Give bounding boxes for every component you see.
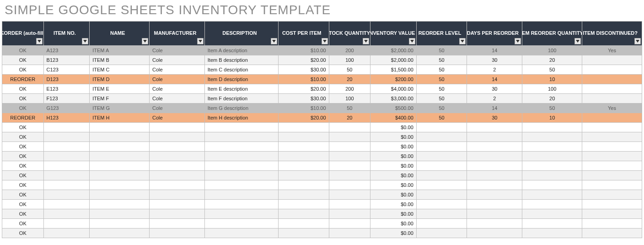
cell-days[interactable]: 2 [467,65,522,75]
cell-discontinued[interactable] [582,94,642,103]
cell-description[interactable]: Item F description [204,94,278,103]
cell-days[interactable]: 14 [467,75,522,84]
cell-reorder_qty[interactable]: 50 [522,65,582,75]
cell-manufacturer[interactable] [150,200,205,209]
column-header[interactable]: STOCK QUANTITY [329,22,370,46]
cell-stock[interactable]: 200 [329,84,370,94]
cell-manufacturer[interactable] [150,229,205,238]
cell-days[interactable] [467,142,522,152]
cell-name[interactable] [90,190,150,200]
cell-reorder[interactable]: OK [2,94,44,103]
cell-value[interactable]: $0.00 [370,229,417,238]
cell-reorder_qty[interactable] [522,180,582,190]
cell-reorder[interactable]: OK [2,152,44,161]
cell-reorder_level[interactable]: 50 [416,55,467,65]
cell-days[interactable] [467,229,522,238]
cell-manufacturer[interactable]: Cole [150,46,205,55]
cell-value[interactable]: $0.00 [370,219,417,229]
cell-stock[interactable] [329,171,370,180]
cell-name[interactable]: ITEM H [90,113,150,123]
cell-value[interactable]: $200.00 [370,75,417,84]
cell-cost[interactable] [278,152,329,161]
cell-value[interactable]: $0.00 [370,190,417,200]
cell-cost[interactable]: $20.00 [278,113,329,123]
cell-reorder_qty[interactable] [522,132,582,142]
cell-item_no[interactable] [43,123,90,132]
filter-dropdown-icon[interactable] [634,38,641,44]
cell-stock[interactable]: 200 [329,46,370,55]
cell-item_no[interactable] [43,142,90,152]
cell-name[interactable] [90,171,150,180]
cell-reorder_level[interactable]: 50 [416,46,467,55]
cell-value[interactable]: $0.00 [370,209,417,219]
cell-reorder_qty[interactable] [522,190,582,200]
cell-item_no[interactable] [43,219,90,229]
cell-reorder_level[interactable] [416,219,467,229]
cell-cost[interactable] [278,219,329,229]
cell-days[interactable] [467,180,522,190]
cell-stock[interactable] [329,161,370,171]
cell-reorder[interactable]: OK [2,103,44,113]
column-header[interactable]: INVENTORY VALUE [370,22,417,46]
cell-stock[interactable]: 100 [329,55,370,65]
cell-stock[interactable]: 20 [329,75,370,84]
cell-days[interactable] [467,200,522,209]
filter-dropdown-icon[interactable] [142,38,148,44]
cell-cost[interactable] [278,180,329,190]
cell-value[interactable]: $400.00 [370,113,417,123]
cell-name[interactable]: ITEM D [90,75,150,84]
cell-reorder_level[interactable]: 50 [416,94,467,103]
cell-description[interactable] [204,152,278,161]
cell-manufacturer[interactable] [150,152,205,161]
cell-manufacturer[interactable]: Cole [150,94,205,103]
cell-value[interactable]: $0.00 [370,200,417,209]
cell-stock[interactable]: 50 [329,103,370,113]
column-header[interactable]: ITEM NO. [43,22,90,46]
cell-item_no[interactable]: D123 [43,75,90,84]
cell-reorder_level[interactable] [416,132,467,142]
filter-dropdown-icon[interactable] [409,38,415,44]
cell-cost[interactable]: $10.00 [278,46,329,55]
cell-name[interactable] [90,123,150,132]
cell-reorder[interactable]: OK [2,171,44,180]
cell-reorder_qty[interactable] [522,161,582,171]
cell-discontinued[interactable] [582,209,642,219]
column-header[interactable]: ITEM DISCONTINUED? [582,22,642,46]
cell-manufacturer[interactable]: Cole [150,113,205,123]
cell-item_no[interactable] [43,132,90,142]
cell-manufacturer[interactable]: Cole [150,75,205,84]
cell-reorder_qty[interactable]: 100 [522,46,582,55]
cell-days[interactable] [467,161,522,171]
cell-reorder[interactable]: REORDER [2,75,44,84]
column-header[interactable]: REORDER LEVEL [416,22,467,46]
cell-stock[interactable] [329,152,370,161]
cell-item_no[interactable]: C123 [43,65,90,75]
cell-cost[interactable]: $20.00 [278,84,329,94]
cell-item_no[interactable]: G123 [43,103,90,113]
cell-days[interactable] [467,123,522,132]
cell-stock[interactable] [329,190,370,200]
cell-discontinued[interactable] [582,84,642,94]
cell-reorder_qty[interactable] [522,219,582,229]
cell-cost[interactable] [278,171,329,180]
cell-reorder_qty[interactable]: 50 [522,103,582,113]
cell-description[interactable] [204,219,278,229]
cell-reorder_qty[interactable] [522,142,582,152]
cell-stock[interactable] [329,229,370,238]
cell-value[interactable]: $2,000.00 [370,55,417,65]
cell-name[interactable]: ITEM G [90,103,150,113]
filter-dropdown-icon[interactable] [36,38,43,44]
cell-name[interactable]: ITEM C [90,65,150,75]
column-header[interactable]: ITEM REORDER QUANTITY [522,22,582,46]
cell-cost[interactable]: $20.00 [278,55,329,65]
cell-reorder_qty[interactable] [522,200,582,209]
cell-reorder_level[interactable]: 50 [416,113,467,123]
cell-manufacturer[interactable] [150,180,205,190]
cell-description[interactable] [204,142,278,152]
cell-item_no[interactable]: A123 [43,46,90,55]
cell-item_no[interactable] [43,152,90,161]
cell-item_no[interactable]: F123 [43,94,90,103]
cell-description[interactable]: Item C description [204,65,278,75]
cell-item_no[interactable] [43,200,90,209]
cell-name[interactable] [90,200,150,209]
